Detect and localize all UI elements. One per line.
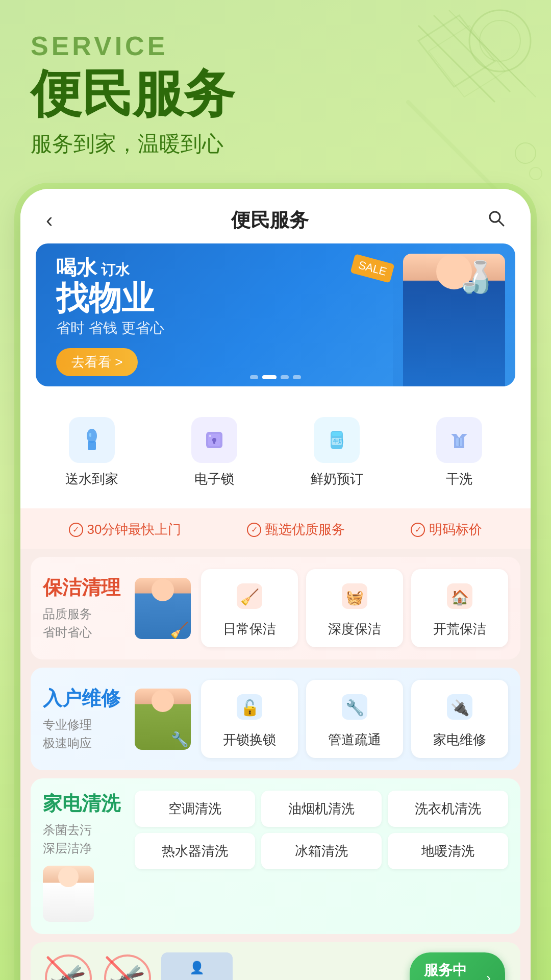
chevron-right-icon: › (486, 970, 491, 980)
floating-service-button[interactable]: 服务中 为你服务中 › (410, 952, 505, 980)
tag-speed-label: 30分钟最快上门 (87, 521, 182, 538)
svg-text:🧺: 🧺 (346, 589, 364, 606)
search-button[interactable] (487, 209, 505, 232)
pipe-icon: 🔧 (337, 689, 372, 725)
svg-rect-22 (332, 432, 342, 436)
quick-icon-water[interactable]: 送水到家 (31, 407, 153, 498)
tag-check-icon-1: ✓ (69, 523, 83, 537)
daily-cleaning-label: 日常保洁 (223, 620, 276, 638)
daily-cleaning-button[interactable]: 🧹 日常保洁 (201, 569, 298, 647)
locksmith-icon: 🔓 (232, 689, 267, 725)
header-section: SERVICE 便民服务 服务到家，温暖到心 (0, 0, 551, 179)
water-heater-cleaning-button[interactable]: 热水器清洗 (135, 833, 255, 869)
quick-icon-dryclean[interactable]: 干洗 (398, 407, 520, 498)
back-button[interactable]: ‹ (46, 209, 53, 232)
deep-cleaning-button[interactable]: 🧺 深度保洁 (306, 569, 403, 647)
tag-price: ✓ 明码标价 (411, 521, 482, 538)
locksmith-button[interactable]: 🔓 开锁换锁 (201, 680, 298, 758)
tag-speed: ✓ 30分钟最快上门 (69, 521, 182, 538)
banner-content: 喝水 订水 找物业 省时 省钱 更省心 去看看 > (56, 254, 164, 376)
water-bottle-icon: 🍶 (457, 259, 495, 295)
deep-cleaning-icon: 🧺 (337, 578, 372, 614)
service-cn-title: 便民服务 (31, 65, 520, 121)
lock-icon-circle (191, 417, 237, 463)
banner-cta-button[interactable]: 去看看 > (56, 348, 138, 376)
svg-text:🏠: 🏠 (451, 589, 469, 606)
dot-1 (250, 375, 258, 379)
cleaning-worker-figure: 🧹 (135, 578, 191, 639)
pipe-label: 管道疏通 (328, 731, 381, 749)
cleaning-info: 保洁清理 品质服务 省时省心 (43, 575, 124, 642)
svg-point-13 (87, 429, 97, 443)
appliance-repair-icon: 🔌 (442, 689, 478, 725)
appliance-services-area: 空调清洗 油烟机清洗 洗衣机清洗 热水器清洗 冰箱清洗 地暖清洗 (135, 791, 508, 869)
repair-desc: 专业修理 极速响应 (43, 716, 124, 752)
svg-text:🔧: 🔧 (345, 699, 365, 717)
pest-icon-1: 🦟 (43, 952, 94, 980)
appliance-worker-figure (43, 866, 94, 922)
appliance-desc: 杀菌去污 深层洁净 (43, 821, 124, 857)
pipe-button[interactable]: 🔧 管道疏通 (306, 680, 403, 758)
phone-mockup: ‹ 便民服务 喝水 订水 找物业 省时 省钱 更省心 去看看 > SALE 🍶 (20, 189, 531, 980)
dot-3 (281, 375, 289, 379)
appliance-row2-grid: 热水器清洗 冰箱清洗 地暖清洗 (135, 833, 508, 869)
svg-rect-19 (213, 440, 215, 444)
worker-head (152, 579, 174, 601)
wrench-icon: 🔧 (171, 731, 189, 748)
appliance-info: 家电清洗 杀菌去污 深层洁净 (43, 791, 124, 922)
quick-icon-lock-label: 电子锁 (194, 470, 234, 488)
fridge-cleaning-button[interactable]: 冰箱清洗 (261, 833, 382, 869)
svg-line-12 (499, 221, 504, 226)
svg-text:牛奶: 牛奶 (333, 438, 343, 444)
svg-rect-15 (89, 433, 91, 437)
renovation-cleaning-label: 开荒保洁 (433, 620, 486, 638)
banner-sub-text: 省时 省钱 更省心 (56, 318, 164, 338)
banner-line2-label: 订水 (101, 260, 130, 280)
tag-quality-label: 甄选优质服务 (265, 521, 345, 538)
banner-line1: 喝水 (56, 254, 97, 282)
appliance-repair-button[interactable]: 🔌 家电维修 (411, 680, 508, 758)
cleaning-services-grid: 🧹 日常保洁 🧺 深度保洁 (201, 569, 508, 647)
pest-cross-svg (43, 952, 94, 980)
renovation-cleaning-icon: 🏠 (442, 578, 478, 614)
ac-cleaning-button[interactable]: 空调清洗 (135, 791, 255, 827)
page-title: 便民服务 (231, 207, 309, 233)
appliance-title: 家电清洗 (43, 791, 124, 817)
svg-rect-14 (88, 441, 96, 450)
promo-card: 👤 推广 (161, 952, 233, 980)
cleaning-title: 保洁清理 (43, 575, 124, 601)
search-icon (487, 209, 505, 227)
repair-services-grid: 🔓 开锁换锁 🔧 管道疏通 (201, 680, 508, 758)
banner-dots (250, 375, 301, 379)
renovation-cleaning-button[interactable]: 🏠 开荒保洁 (411, 569, 508, 647)
repair-info: 入户维修 专业修理 极速响应 (43, 685, 124, 752)
banner-person-figure: 🍶 (403, 254, 505, 386)
banner-person-area: 🍶 (393, 249, 515, 386)
washer-cleaning-button[interactable]: 洗衣机清洗 (388, 791, 508, 827)
hood-cleaning-button[interactable]: 油烟机清洗 (261, 791, 382, 827)
svg-rect-20 (209, 435, 211, 437)
cleaning-desc: 品质服务 省时省心 (43, 605, 124, 642)
tags-row: ✓ 30分钟最快上门 ✓ 甄选优质服务 ✓ 明码标价 (20, 508, 531, 549)
quick-icon-water-label: 送水到家 (65, 470, 118, 488)
services-container: ✓ 30分钟最快上门 ✓ 甄选优质服务 ✓ 明码标价 保洁清理 品质服务 省时省… (20, 508, 531, 980)
service-en-label: SERVICE (31, 31, 520, 61)
pest-cross-svg-2 (102, 952, 153, 980)
banner[interactable]: 喝水 订水 找物业 省时 省钱 更省心 去看看 > SALE 🍶 (36, 243, 515, 386)
svg-text:🔌: 🔌 (450, 699, 470, 717)
floating-service-main: 服务中 (424, 961, 480, 980)
tag-check-icon-3: ✓ (411, 523, 425, 537)
quick-icon-lock[interactable]: 电子锁 (153, 407, 276, 498)
tag-price-label: 明码标价 (429, 521, 482, 538)
floor-heating-cleaning-button[interactable]: 地暖清洗 (388, 833, 508, 869)
pest-icon-2: 🦟 (102, 952, 153, 980)
appliance-worker-head (58, 867, 79, 887)
quick-icon-dryclean-label: 干洗 (446, 470, 472, 488)
quick-icon-milk-label: 鲜奶预订 (310, 470, 363, 488)
milk-icon-circle: 牛奶 (314, 417, 360, 463)
repair-worker-figure: 🔧 (135, 689, 191, 750)
tag-quality: ✓ 甄选优质服务 (247, 521, 345, 538)
sale-tag: SALE (350, 254, 394, 283)
water-icon (69, 417, 115, 463)
quick-icon-milk[interactable]: 牛奶 鲜奶预订 (276, 407, 398, 498)
